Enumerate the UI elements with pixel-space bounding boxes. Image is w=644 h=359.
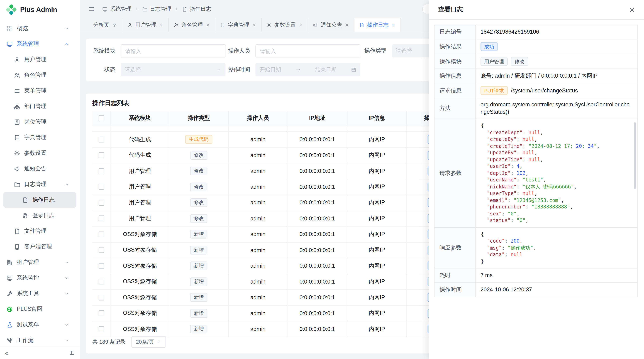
filter-label-system-module: 系统模块 — [89, 47, 116, 54]
sidebar-item-6[interactable]: 岗位管理 — [3, 114, 76, 130]
sidebar-item-label: 参数设置 — [24, 149, 46, 157]
tab-close-icon[interactable] — [252, 23, 256, 27]
type-badge: 新增 — [190, 325, 207, 334]
filter-system-module: 系统模块 — [89, 44, 226, 57]
cell-ip: 0:0:0:0:0:0:0:1 — [288, 179, 348, 195]
sidebar: Plus Admin 概览系统管理用户管理角色管理菜单管理部门管理岗位管理字典管… — [0, 0, 80, 359]
row-checkbox[interactable] — [98, 200, 104, 206]
dept-icon — [14, 103, 20, 109]
sidebar-item-4[interactable]: 菜单管理 — [3, 83, 76, 98]
chevron-down-icon — [64, 291, 69, 296]
sidebar-item-8[interactable]: 参数设置 — [3, 145, 76, 161]
row-checkbox[interactable] — [98, 310, 104, 316]
tab-4[interactable]: 参数设置 — [262, 18, 308, 32]
op-time-range-picker[interactable]: 开始日期 结束日期 — [256, 63, 360, 76]
cell-operator: admin — [229, 306, 288, 321]
dashboard-icon — [6, 25, 13, 31]
cell-type: 新增 — [169, 258, 229, 274]
sidebar-item-11[interactable]: 操作日志 — [3, 192, 76, 208]
value-badge: PUT请求 — [480, 86, 508, 95]
drawer-field-label: 耗时 — [434, 269, 476, 283]
sidebar-item-label: PLUS官网 — [17, 305, 42, 313]
tab-0[interactable]: 分析页 — [88, 18, 122, 32]
row-checkbox[interactable] — [98, 152, 104, 158]
sidebar-item-9[interactable]: 通知公告 — [3, 161, 76, 176]
sidebar-item-15[interactable]: 租户管理 — [3, 254, 76, 270]
drawer-field-6: 请求参数{ "createDept": null, "createBy": nu… — [434, 119, 638, 227]
tab-close-icon[interactable] — [298, 23, 303, 27]
row-checkbox[interactable] — [98, 247, 104, 253]
tab-close-icon[interactable] — [392, 23, 396, 27]
type-badge: 修改 — [190, 214, 207, 223]
sidebar-item-3[interactable]: 角色管理 — [3, 67, 76, 83]
cell-ipinfo: 内网IP — [348, 211, 406, 226]
tab-3[interactable]: 字典管理 — [215, 18, 262, 32]
row-checkbox[interactable] — [98, 263, 104, 269]
sidebar-item-0[interactable]: 概览 — [3, 20, 76, 36]
role-icon — [174, 22, 179, 27]
tab-6[interactable]: 操作日志 — [354, 18, 401, 32]
row-checkbox[interactable] — [98, 137, 104, 142]
sidebar-item-16[interactable]: 系统监控 — [3, 270, 76, 286]
row-checkbox[interactable] — [98, 216, 104, 221]
cell-ip: 0:0:0:0:0:0:0:1 — [288, 274, 348, 290]
tab-close-icon[interactable] — [206, 23, 210, 27]
status-select[interactable]: 请选择 — [121, 63, 226, 76]
tab-2[interactable]: 角色管理 — [169, 18, 215, 32]
cell-type: 修改 — [169, 211, 229, 226]
sidebar-item-label: 客户端管理 — [24, 243, 52, 250]
tab-label: 分析页 — [93, 21, 109, 28]
collapse-sidebar-button[interactable]: « — [5, 349, 8, 356]
drawer-field-8: 耗时7 ms — [434, 268, 638, 282]
drawer-close-button[interactable] — [629, 7, 635, 12]
date-end-placeholder: 结束日期 — [315, 66, 336, 73]
tab-5[interactable]: 通知公告 — [308, 18, 354, 32]
sidebar-item-2[interactable]: 用户管理 — [3, 52, 76, 67]
breadcrumb-item-2[interactable]: 操作日志 — [182, 5, 211, 13]
checkbox-cell — [92, 227, 111, 242]
user-icon — [127, 22, 132, 27]
sidebar-item-13[interactable]: 文件管理 — [3, 223, 76, 239]
cell-module: OSS对象存储 — [111, 242, 169, 258]
sidebar-item-10[interactable]: 日志管理 — [3, 176, 76, 192]
sidebar-item-19[interactable]: 测试菜单 — [3, 317, 76, 332]
cell-type: 新增 — [169, 290, 229, 305]
row-checkbox[interactable] — [98, 115, 104, 121]
filter-label-op-type: 操作类型 — [360, 47, 386, 54]
sidebar-item-label: 菜单管理 — [24, 87, 46, 94]
operator-input[interactable] — [256, 44, 360, 57]
tab-close-icon[interactable] — [345, 23, 349, 27]
cell-ip: 0:0:0:0:0:0:0:1 — [288, 163, 348, 179]
row-checkbox[interactable] — [98, 231, 104, 237]
row-checkbox[interactable] — [98, 168, 104, 174]
hamburger-icon[interactable] — [88, 6, 95, 12]
row-checkbox[interactable] — [98, 184, 104, 190]
sidebar-item-17[interactable]: 系统工具 — [3, 286, 76, 301]
sidebar-item-12[interactable]: 登录日志 — [3, 208, 76, 223]
scrollbar-thumb[interactable] — [634, 122, 636, 189]
system-module-input[interactable] — [121, 44, 226, 57]
sidebar-item-1[interactable]: 系统管理 — [3, 36, 76, 52]
sidebar-item-label: 部门管理 — [24, 103, 46, 110]
cell-type: 新增 — [169, 274, 229, 290]
sidebar-item-14[interactable]: 客户端管理 — [3, 239, 76, 254]
cell-operator: admin — [229, 227, 288, 242]
drawer-field-label: 响应参数 — [434, 228, 476, 268]
sidebar-item-18[interactable]: PLUS官网 — [3, 301, 76, 317]
sidebar-panel-icon[interactable] — [70, 350, 75, 356]
sidebar-item-5[interactable]: 部门管理 — [3, 98, 76, 114]
json-code: { "code": 200, "msg": "操作成功", "data": nu… — [481, 231, 632, 265]
gear-icon — [14, 150, 20, 156]
row-checkbox[interactable] — [98, 326, 104, 332]
tab-close-icon[interactable] — [160, 23, 164, 27]
page-size-select[interactable]: 20条/页 — [132, 336, 166, 348]
row-checkbox[interactable] — [98, 295, 104, 300]
sidebar-item-20[interactable]: 工作流 — [3, 333, 76, 348]
sidebar-item-label: 用户管理 — [24, 56, 46, 63]
breadcrumb-item-1[interactable]: 日志管理 — [142, 5, 171, 13]
sidebar-item-7[interactable]: 字典管理 — [3, 130, 76, 145]
checkbox-cell — [92, 258, 111, 274]
tab-1[interactable]: 用户管理 — [122, 18, 169, 32]
row-checkbox[interactable] — [98, 279, 104, 285]
breadcrumb-item-0[interactable]: 系统管理 — [102, 5, 132, 13]
